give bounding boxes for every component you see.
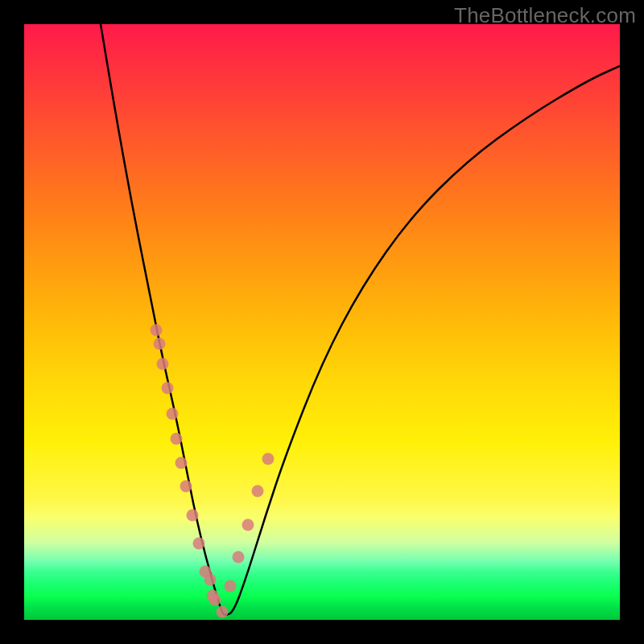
marker-dot [262, 453, 275, 465]
marker-dot [154, 338, 166, 350]
marker-dot [242, 519, 254, 531]
marker-dot [233, 551, 245, 564]
marker-dot [167, 408, 179, 420]
bottleneck-curve [101, 24, 620, 615]
marker-dot [157, 358, 169, 370]
marker-dot [252, 485, 264, 497]
marker-group [151, 324, 275, 618]
marker-dot [217, 606, 229, 618]
marker-dot [180, 481, 192, 493]
marker-dot [162, 382, 174, 394]
marker-dot [209, 594, 221, 606]
marker-dot [171, 433, 183, 445]
marker-dot [187, 510, 199, 522]
marker-dot [193, 538, 205, 550]
bottleneck-curve-svg [24, 24, 620, 620]
marker-dot [225, 580, 237, 592]
plot-area [24, 24, 620, 620]
marker-dot [204, 574, 217, 586]
marker-dot [151, 324, 163, 336]
marker-dot [175, 457, 188, 469]
frame: TheBottleneck.com [0, 0, 644, 644]
